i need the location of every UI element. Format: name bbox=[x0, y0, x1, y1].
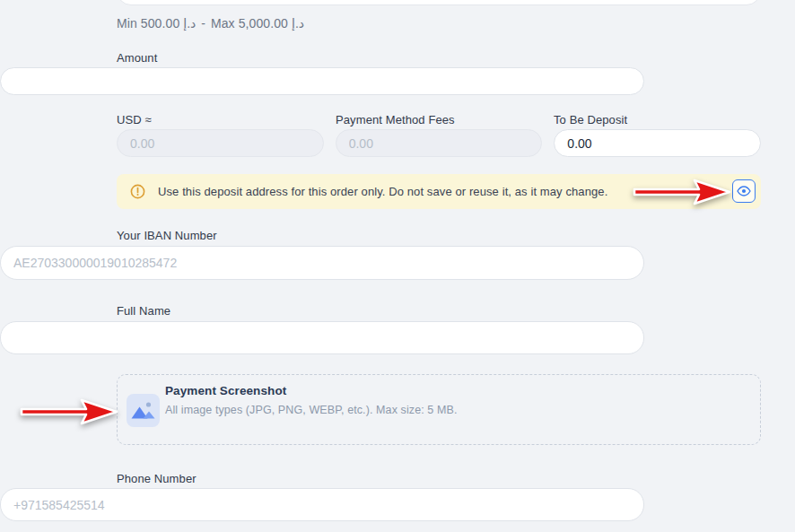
payment-screenshot-upload[interactable]: Payment Screenshot All image types (JPG,… bbox=[117, 374, 761, 445]
iban-label: Your IBAN Number bbox=[117, 229, 217, 242]
image-icon bbox=[127, 394, 160, 431]
iban-input[interactable] bbox=[0, 246, 644, 280]
upload-subtitle: All image types (JPG, PNG, WEBP, etc.). … bbox=[165, 404, 458, 416]
fees-input bbox=[336, 129, 543, 157]
limits-max-currency: د.إ bbox=[292, 16, 304, 31]
usd-input bbox=[117, 129, 324, 157]
annotation-arrow-to-upload bbox=[18, 397, 120, 426]
previous-field-remnant[interactable] bbox=[117, 0, 761, 5]
amount-label: Amount bbox=[117, 51, 157, 65]
notice-text: Use this deposit address for this order … bbox=[158, 185, 607, 198]
conversion-row bbox=[117, 129, 761, 157]
amount-input[interactable] bbox=[0, 67, 644, 95]
limits-max: Max 5,000.00 bbox=[211, 16, 288, 31]
deposit-form-page: { "limits": { "min": "Min 500.00", "curr… bbox=[0, 0, 795, 532]
limits-min-currency: د.إ bbox=[183, 16, 196, 31]
phone-input[interactable] bbox=[0, 488, 644, 521]
limits-separator: - bbox=[201, 16, 205, 31]
annotation-arrow-to-eye-button bbox=[631, 178, 733, 206]
warning-circle-icon bbox=[130, 184, 145, 199]
limits-min: Min 500.00 bbox=[117, 16, 179, 31]
fees-label: Payment Method Fees bbox=[336, 113, 455, 126]
to-be-deposit-input[interactable] bbox=[554, 129, 761, 157]
full-name-input[interactable] bbox=[0, 321, 644, 354]
upload-title: Payment Screenshot bbox=[165, 384, 286, 397]
phone-label: Phone Number bbox=[117, 472, 197, 485]
to-be-deposit-label: To Be Deposit bbox=[554, 113, 627, 126]
eye-icon bbox=[737, 186, 751, 196]
deposit-limits-text: Min 500.00د.إ-Max 5,000.00د.إ bbox=[117, 16, 308, 31]
full-name-label: Full Name bbox=[117, 304, 170, 318]
usd-label: USD ≈ bbox=[117, 113, 152, 126]
eye-button[interactable] bbox=[732, 179, 756, 203]
